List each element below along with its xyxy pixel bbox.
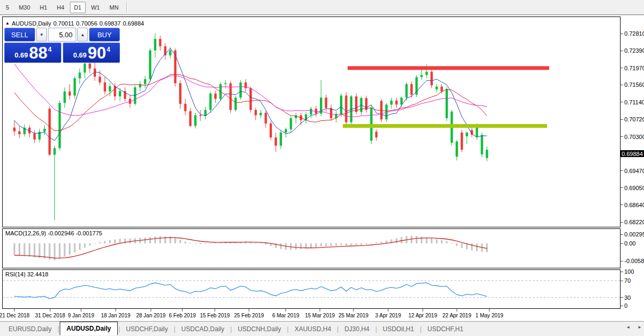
sell-price-sup: 4 [48,46,52,53]
candle-body [345,95,347,122]
buy-price-big: 90 [88,45,106,61]
tab-separator: | [420,325,422,333]
tab-xauusd-h4[interactable]: XAUUSD,H4 [289,323,336,335]
macd-histogram-bar [23,243,25,256]
macd-histogram-bar [215,243,216,243]
candle-body [119,91,121,96]
axis-tick [621,34,623,34]
macd-histogram-bar [180,240,181,243]
tab-separator: | [337,325,339,333]
timeframe-button-h1[interactable]: H1 [36,2,52,13]
macd-histogram-bar [144,237,146,243]
macd-histogram-bar [210,243,211,244]
candle-body [405,84,407,97]
tab-dj30-h4[interactable]: DJ30,H4 [339,323,375,335]
tab-usdchf-h1[interactable]: USDCHF,H1 [422,323,469,335]
rsi-canvas[interactable] [3,270,620,308]
tab-usdoil-h1[interactable]: USDOil,H1 [377,323,420,335]
sell-quote-box[interactable]: 0.69 88 4 [4,43,61,63]
macd-label: MACD(12,26,9) -0.002946 -0.001775 [5,230,102,236]
candle-body [461,133,463,150]
candle-body [410,84,413,95]
candle-body [88,63,91,68]
timeframe-button-w1[interactable]: W1 [87,2,104,13]
candle-body [104,83,106,92]
time-axis[interactable]: 21 Dec 201831 Dec 20189 Jan 201918 Jan 2… [2,309,621,321]
chart-collapse-icon[interactable]: ▲ [5,21,10,26]
candle-body [194,115,196,126]
macd-histogram-bar [19,243,20,256]
candle-body [375,132,377,137]
candle-body [425,72,428,75]
buy-quote-box[interactable]: 0.69 90 4 [63,43,120,63]
candle-body [109,86,111,92]
timeframe-button-d1[interactable]: D1 [70,2,86,13]
price-axis-label: 0.68220 [621,219,644,225]
timeframe-toolbar: 5M30H1H4D1W1MN [0,0,644,15]
macd-histogram-bar [114,240,116,243]
chart-low-value: 0.69837 [100,20,121,27]
candle-body [466,133,468,136]
timeframe-button-m30[interactable]: M30 [14,2,34,13]
macd-histogram-bar [461,243,463,248]
timeframe-button-h4[interactable]: H4 [53,2,69,13]
chart-close-value: 0.69884 [123,20,144,27]
macd-histogram-bar [255,243,256,243]
tab-scroll-controls: ◄ ► [626,325,642,330]
volume-decrease-button[interactable]: ▼ [36,28,47,42]
tab-scroll-left-icon[interactable]: ◄ [626,325,630,330]
tab-eurusd-daily[interactable]: EURUSD,Daily [3,323,57,335]
axis-tick [621,297,623,298]
axis-tick [621,136,623,137]
rsi-indicator-pane[interactable] [2,269,621,309]
axis-tick [621,261,623,261]
candle-body [430,72,432,85]
tab-usdchf-daily[interactable]: USDCHF,Daily [120,323,173,335]
candle-body [436,86,438,89]
buy-button[interactable]: BUY [89,28,120,42]
buy-price-sup: 4 [107,46,110,53]
rsi-axis-label: 100 [621,268,634,275]
macd-histogram-bar [476,243,478,251]
tab-scroll-right-icon[interactable]: ► [638,325,642,330]
timeframe-button-mn[interactable]: MN [105,2,123,13]
volume-increase-button[interactable]: ▲ [77,28,88,42]
macd-histogram-bar [340,243,342,245]
macd-histogram-bar [195,243,196,244]
macd-histogram-bar [446,241,447,243]
support-line[interactable] [343,124,547,128]
macd-histogram-bar [421,237,422,244]
timeframe-button-5[interactable]: 5 [2,2,13,13]
price-axis-label: 0.69470 [621,168,644,174]
sell-button[interactable]: SELL [4,28,35,42]
rsi-axis-label: 70 [621,277,631,284]
axis-tick [621,306,623,306]
rsi-line [14,283,487,299]
macd-axis-label: 0.002957 [621,231,644,237]
tab-audusd-daily[interactable]: AUDUSD,Daily [60,322,118,335]
rsi-label: RSI(14) 32.4418 [5,271,49,277]
macd-histogram-bar [44,243,45,258]
macd-histogram-bar [456,243,457,246]
candle-body [310,109,312,114]
date-label: 12 Apr 2019 [408,313,437,318]
tab-usdcnh-daily[interactable]: USDCNH,Daily [232,323,286,335]
macd-histogram-bar [325,243,327,246]
macd-histogram-bar [265,243,267,244]
resistance-line[interactable] [348,66,549,70]
toolbar-separator [126,2,127,13]
candle-body [260,113,262,116]
right-price-axis[interactable]: 0.728100.723900.719700.715600.711400.707… [621,17,644,320]
candle-body [159,39,161,46]
axis-tick [621,234,623,235]
axis-tick [621,281,623,281]
tab-usdcad-daily[interactable]: USDCAD,Daily [176,323,230,335]
macd-histogram-bar [471,243,473,250]
volume-input[interactable]: 5.00 [48,28,76,42]
date-label: 18 Jan 2019 [101,313,130,318]
candle-body [486,150,488,158]
macd-histogram-bar [300,243,302,249]
chart-high-value: 0.70056 [76,20,98,27]
candle-body [235,97,237,110]
axis-tick [621,68,623,68]
